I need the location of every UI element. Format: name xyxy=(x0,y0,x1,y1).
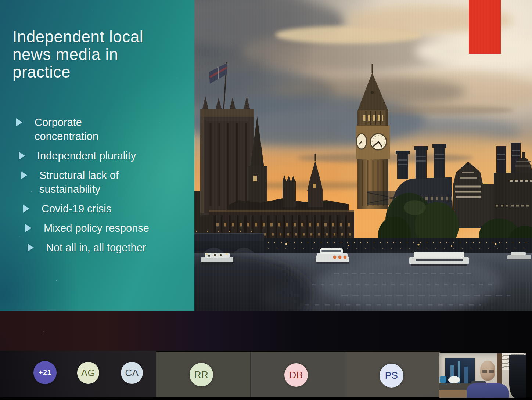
presentation-slide: Independent local news media in practice… xyxy=(0,0,532,311)
bullet-item-6: Not all in, all together xyxy=(28,241,157,255)
avatar-initials: RR xyxy=(194,369,209,381)
london-illustration xyxy=(194,0,532,311)
avatar-initials: PS xyxy=(385,370,398,381)
bullet-item-3: Structural lack of sustainability xyxy=(21,168,150,196)
participant-avatar-ps: PS xyxy=(380,364,403,388)
presenter-glasses xyxy=(482,370,494,373)
background-hanging-bag xyxy=(509,355,526,398)
bullet-item-5: Mixed policy response xyxy=(25,221,155,235)
bullet-item-2: Independent plurality xyxy=(19,149,148,163)
presenter-torso xyxy=(467,383,509,398)
bullet-text: Mixed policy response xyxy=(44,222,149,234)
tour-boat-left xyxy=(201,253,233,265)
background-door-frame xyxy=(497,353,502,384)
bullet-text: Structural lack of sustainability xyxy=(39,169,119,195)
bullet-marker-icon xyxy=(16,118,22,126)
bullet-marker-icon xyxy=(25,224,32,232)
bullet-marker-icon xyxy=(28,244,34,252)
participant-avatar-db: DB xyxy=(284,363,308,387)
bullet-text: Corporate concentration xyxy=(35,116,98,142)
westminster-bridge xyxy=(194,231,264,256)
bullet-text: Not all in, all together xyxy=(46,242,146,253)
background-white-bowl xyxy=(448,376,460,383)
london-sunset-photo xyxy=(194,0,532,311)
self-video-tile[interactable] xyxy=(439,353,526,398)
bullet-marker-icon xyxy=(21,171,27,179)
bullet-item-1: Corporate concentration xyxy=(16,115,145,143)
dust-specks xyxy=(0,0,1,1)
participant-tile-db[interactable]: DB xyxy=(250,352,345,397)
participant-tile-rr[interactable]: RR xyxy=(156,352,250,397)
bullet-marker-icon xyxy=(19,152,25,160)
participants-overflow-group: +21 AG CA xyxy=(0,351,156,397)
participant-avatar-rr: RR xyxy=(190,363,213,386)
avatar-initials: AG xyxy=(81,367,96,379)
bullet-item-4: Covid-19 crisis xyxy=(23,202,152,216)
bullet-text: Covid-19 crisis xyxy=(42,203,111,215)
overflow-count-label: +21 xyxy=(39,368,51,377)
river-thames xyxy=(194,253,532,311)
participants-bar: +21 AG CA RR DB PS xyxy=(0,351,532,397)
bullet-text: Independent plurality xyxy=(37,150,136,162)
slide-bullet-list: Corporate concentration Independent plur… xyxy=(16,115,145,260)
slide-left-panel: Independent local news media in practice… xyxy=(0,0,194,311)
participant-tile-ps[interactable]: PS xyxy=(345,352,440,397)
participant-avatar-ca[interactable]: CA xyxy=(121,362,143,384)
red-logo-block xyxy=(469,0,501,54)
screen-bezel-gap xyxy=(0,311,532,351)
waterfront-pier xyxy=(262,238,532,254)
avatar-initials: DB xyxy=(289,370,303,381)
participant-avatar-ag[interactable]: AG xyxy=(77,362,99,384)
overflow-count-avatar[interactable]: +21 xyxy=(33,361,57,384)
meeting-screen: Independent local news media in practice… xyxy=(0,0,532,400)
avatar-initials: CA xyxy=(125,367,139,379)
background-blue-object xyxy=(440,376,446,383)
slide-title: Independent local news media in practice xyxy=(12,28,160,81)
bullet-marker-icon xyxy=(23,205,29,213)
